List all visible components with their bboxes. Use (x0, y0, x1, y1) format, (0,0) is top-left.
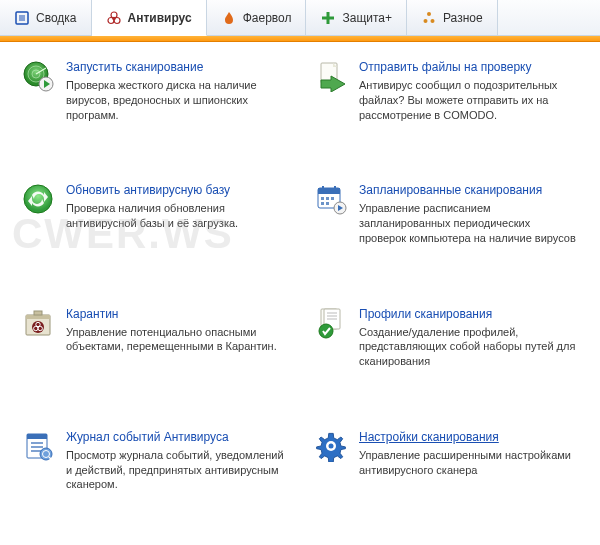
item-title: Журнал событий Антивируса (66, 430, 285, 444)
tab-antivirus[interactable]: Антивирус (92, 0, 207, 36)
item-update-db[interactable]: Обновить антивирусную базу Проверка нали… (22, 183, 285, 280)
svg-rect-28 (321, 202, 324, 205)
svg-rect-25 (321, 197, 324, 200)
calendar-icon (315, 183, 347, 215)
log-icon (22, 430, 54, 462)
item-event-log[interactable]: Журнал событий Антивируса Просмотр журна… (22, 430, 285, 527)
tab-label: Сводка (36, 11, 77, 25)
item-scan-settings[interactable]: Настройки сканирования Управление расшир… (315, 430, 578, 527)
item-desc: Создание/удаление профилей, представляющ… (359, 325, 578, 370)
gear-icon (315, 430, 347, 462)
svg-point-11 (424, 19, 428, 23)
item-scan-profiles[interactable]: Профили сканирования Создание/удаление п… (315, 307, 578, 404)
item-desc: Антивирус сообщил о подозрительных файла… (359, 78, 578, 123)
biohazard-icon (106, 10, 122, 26)
svg-rect-9 (322, 16, 334, 19)
svg-point-44 (319, 324, 333, 338)
item-scheduled-scans[interactable]: Запланированные сканирования Управление … (315, 183, 578, 280)
svg-rect-34 (34, 311, 42, 315)
item-desc: Управление расписанием запланированных п… (359, 201, 578, 246)
item-title: Профили сканирования (359, 307, 578, 321)
antivirus-panel: Запустить сканирование Проверка жесткого… (0, 42, 600, 545)
refresh-icon (22, 183, 54, 215)
svg-rect-22 (318, 188, 340, 194)
svg-rect-27 (331, 197, 334, 200)
plus-icon (320, 10, 336, 26)
item-title: Настройки сканирования (359, 430, 578, 444)
tab-firewall[interactable]: Фаервол (207, 0, 307, 35)
item-desc: Проверка наличия обновления антивирусной… (66, 201, 285, 231)
item-title: Обновить антивирусную базу (66, 183, 285, 197)
item-title: Отправить файлы на проверку (359, 60, 578, 74)
send-file-icon (315, 60, 347, 92)
tab-summary[interactable]: Сводка (0, 0, 92, 35)
tab-more[interactable]: Разное (407, 0, 498, 35)
item-quarantine[interactable]: Карантин Управление потенциально опасным… (22, 307, 285, 404)
item-desc: Управление потенциально опасными объекта… (66, 325, 285, 355)
radar-play-icon (22, 60, 54, 92)
item-run-scan[interactable]: Запустить сканирование Проверка жесткого… (22, 60, 285, 157)
tab-bar: Сводка Антивирус Фаервол Защита+ Разное (0, 0, 600, 36)
svg-rect-26 (326, 197, 329, 200)
item-desc: Управление расширенными настройками анти… (359, 448, 578, 478)
tab-defense-plus[interactable]: Защита+ (306, 0, 407, 35)
svg-rect-29 (326, 202, 329, 205)
item-desc: Проверка жесткого диска на наличие вирус… (66, 78, 285, 123)
flame-icon (221, 10, 237, 26)
tab-label: Разное (443, 11, 483, 25)
svg-rect-46 (27, 434, 47, 439)
quarantine-icon (22, 307, 54, 339)
svg-point-54 (329, 443, 334, 448)
summary-icon (14, 10, 30, 26)
item-title: Запланированные сканирования (359, 183, 578, 197)
item-title: Карантин (66, 307, 285, 321)
svg-point-10 (427, 12, 431, 16)
tab-label: Антивирус (128, 11, 192, 25)
svg-point-12 (431, 19, 435, 23)
svg-point-7 (112, 17, 114, 19)
svg-rect-33 (26, 315, 50, 319)
svg-point-20 (24, 185, 52, 213)
profiles-icon (315, 307, 347, 339)
item-desc: Просмотр журнала событий, уведомлений и … (66, 448, 285, 493)
item-title: Запустить сканирование (66, 60, 285, 74)
dots-icon (421, 10, 437, 26)
item-submit-files[interactable]: Отправить файлы на проверку Антивирус со… (315, 60, 578, 157)
svg-line-52 (49, 457, 52, 460)
tab-label: Защита+ (342, 11, 392, 25)
tab-label: Фаервол (243, 11, 292, 25)
